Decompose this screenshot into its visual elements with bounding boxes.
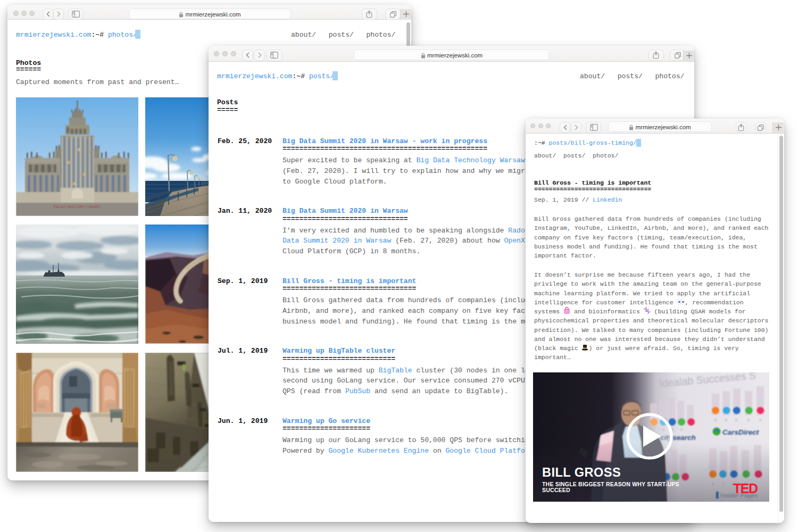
svg-text:TED: TED [733,481,758,496]
svg-text:PALAC KULTURY I NAUKI: PALAC KULTURY I NAUKI [54,205,101,209]
svg-text:THE SINGLE BIGGEST REASON WHY: THE SINGLE BIGGEST REASON WHY START-UPS [542,481,679,487]
svg-text:BILL GROSS: BILL GROSS [542,466,621,479]
svg-text:SUCCEED: SUCCEED [542,487,570,493]
